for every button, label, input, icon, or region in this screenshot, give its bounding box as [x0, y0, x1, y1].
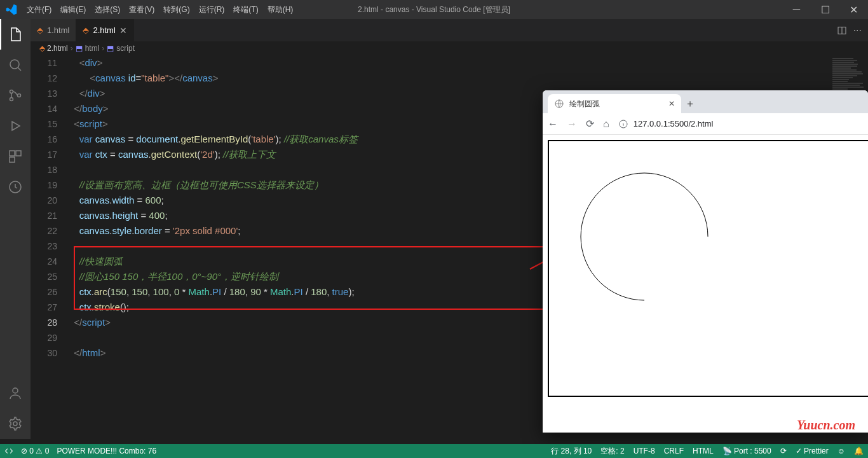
- menubar: 文件(F)编辑(E)选择(S)查看(V)转到(G)运行(R)终端(T)帮助(H): [0, 0, 868, 19]
- explorer-icon[interactable]: [0, 19, 31, 50]
- browser-tab-close-icon[interactable]: ✕: [668, 99, 675, 108]
- svg-point-0: [10, 60, 19, 69]
- info-icon: [618, 119, 628, 129]
- browser-new-tab-button[interactable]: ＋: [681, 94, 699, 113]
- statusbar: ⊘ 0 ⚠ 0 POWER MODE!!! Combo: 76 行 28, 列 …: [0, 444, 868, 458]
- extensions-icon[interactable]: [0, 141, 31, 172]
- vscode-logo-icon: [0, 4, 22, 15]
- window-minimize-button[interactable]: ─: [782, 0, 811, 19]
- split-editor-icon[interactable]: [837, 25, 847, 36]
- menu-item[interactable]: 转到(G): [159, 0, 194, 19]
- account-icon[interactable]: [0, 378, 31, 408]
- browser-window: 绘制圆弧 ✕ ＋ ← → ⟳ ⌂ 127.0.0.1:5500/2.html: [543, 90, 868, 433]
- editor-tabs: ⬘1.html⬘2.html✕ ···: [31, 19, 868, 41]
- editor-tab[interactable]: ⬘2.html✕: [76, 19, 133, 41]
- browser-forward-button[interactable]: →: [567, 118, 577, 130]
- menu-item[interactable]: 选择(S): [90, 0, 125, 19]
- browser-back-button[interactable]: ←: [548, 118, 558, 130]
- window-close-button[interactable]: ✕: [839, 0, 868, 19]
- run-debug-icon[interactable]: [0, 111, 31, 141]
- svg-point-8: [13, 388, 18, 393]
- status-bell-icon[interactable]: 🔔: [854, 447, 864, 455]
- search-icon[interactable]: [0, 50, 31, 80]
- status-port[interactable]: 📡 Port : 5500: [722, 447, 771, 455]
- status-encoding[interactable]: UTF-8: [634, 447, 655, 455]
- browser-home-button[interactable]: ⌂: [603, 118, 609, 130]
- svg-point-1: [10, 90, 13, 94]
- editor-tab[interactable]: ⬘1.html: [31, 19, 76, 41]
- breadcrumb[interactable]: ⬘ 2.html › ⬒ html › ⬒ script: [31, 41, 868, 55]
- browser-toolbar: ← → ⟳ ⌂ 127.0.0.1:5500/2.html: [543, 113, 868, 135]
- status-spaces[interactable]: 空格: 2: [600, 446, 624, 457]
- status-cursor-position[interactable]: 行 28, 列 10: [551, 446, 592, 457]
- window-maximize-button[interactable]: ☐: [811, 0, 839, 19]
- status-power-mode[interactable]: POWER MODE!!! Combo: 76: [57, 447, 156, 455]
- browser-tabstrip: 绘制圆弧 ✕ ＋: [543, 90, 868, 113]
- status-feedback-icon[interactable]: ☺: [837, 447, 845, 455]
- svg-rect-6: [10, 157, 15, 162]
- browser-tab-title: 绘制圆弧: [569, 99, 600, 109]
- watermark: Yuucn.com: [797, 418, 855, 433]
- menu-item[interactable]: 帮助(H): [263, 0, 298, 19]
- svg-point-2: [10, 98, 13, 101]
- browser-page: [543, 135, 868, 433]
- browser-tab[interactable]: 绘制圆弧 ✕: [548, 94, 681, 113]
- menu-item[interactable]: 文件(F): [22, 0, 56, 19]
- browser-url: 127.0.0.1:5500/2.html: [634, 119, 714, 128]
- settings-gear-icon[interactable]: [0, 408, 31, 439]
- svg-point-9: [13, 422, 17, 426]
- browser-address-bar[interactable]: 127.0.0.1:5500/2.html: [618, 119, 863, 129]
- globe-icon: [554, 99, 564, 109]
- browser-reload-button[interactable]: ⟳: [586, 118, 594, 130]
- svg-rect-5: [16, 151, 21, 156]
- menu-item[interactable]: 编辑(E): [56, 0, 90, 19]
- svg-rect-4: [10, 151, 15, 156]
- status-eol[interactable]: CRLF: [664, 447, 684, 455]
- status-live-server-icon[interactable]: ⟳: [780, 447, 787, 455]
- status-prettier[interactable]: ✓ Prettier: [796, 447, 829, 455]
- menu-item[interactable]: 查看(V): [125, 0, 159, 19]
- svg-point-3: [18, 94, 21, 97]
- menu-item[interactable]: 终端(T): [229, 0, 262, 19]
- timeline-icon[interactable]: [0, 172, 31, 202]
- source-control-icon[interactable]: [0, 80, 31, 111]
- status-remote-icon[interactable]: [4, 447, 13, 455]
- more-actions-icon[interactable]: ···: [853, 25, 862, 36]
- status-language[interactable]: HTML: [693, 447, 714, 455]
- activity-bar: [0, 19, 31, 439]
- status-errors[interactable]: ⊘ 0 ⚠ 0: [21, 447, 49, 455]
- tab-close-icon[interactable]: ✕: [119, 25, 127, 36]
- menu-item[interactable]: 运行(R): [194, 0, 229, 19]
